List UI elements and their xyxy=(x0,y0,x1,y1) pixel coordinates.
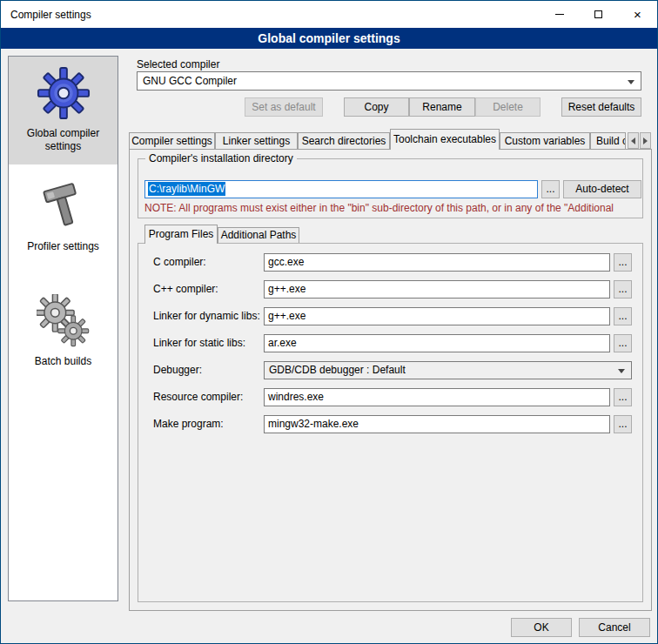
static-linker-browse-button[interactable]: ... xyxy=(614,334,632,352)
static-linker-label: Linker for static libs: xyxy=(153,334,245,352)
close-button[interactable]: × xyxy=(618,1,657,28)
installation-directory-legend: Compiler's installation directory xyxy=(145,152,297,164)
selected-compiler-value: GNU GCC Compiler xyxy=(143,75,237,87)
tab-scroll-left-button[interactable] xyxy=(628,132,639,149)
maximize-button[interactable] xyxy=(579,1,618,28)
make-program-browse-button[interactable]: ... xyxy=(614,415,632,433)
tab-scroll-right-button[interactable] xyxy=(640,132,651,149)
subtab-program-files[interactable]: Program Files xyxy=(144,225,218,244)
sidebar-item-label: Batch builds xyxy=(9,355,118,368)
rename-button[interactable]: Rename xyxy=(409,97,475,117)
reset-defaults-button[interactable]: Reset defaults xyxy=(561,97,641,117)
make-program-label: Make program: xyxy=(153,415,224,433)
cpp-compiler-input[interactable]: g++.exe xyxy=(264,280,610,299)
static-linker-input[interactable]: ar.exe xyxy=(264,334,610,352)
compiler-settings-window: Compiler settings × Global compiler sett… xyxy=(0,0,658,644)
subtab-additional-paths[interactable]: Additional Paths xyxy=(218,227,299,243)
cpp-compiler-label: C++ compiler: xyxy=(153,280,218,299)
resource-compiler-browse-button[interactable]: ... xyxy=(614,388,632,406)
note-text: NOTE: All programs must exist either in … xyxy=(144,202,642,214)
sidebar-item-global-compiler-settings[interactable]: Global compiler settings xyxy=(9,57,118,164)
cancel-button[interactable]: Cancel xyxy=(579,618,650,637)
set-as-default-button[interactable]: Set as default xyxy=(245,97,323,117)
settings-sidebar: Global compiler settings Profiler settin… xyxy=(8,56,118,601)
sidebar-item-label: Global compiler settings xyxy=(9,127,118,153)
delete-button[interactable]: Delete xyxy=(475,97,540,117)
copy-button[interactable]: Copy xyxy=(344,97,409,117)
dynamic-linker-browse-button[interactable]: ... xyxy=(614,307,632,325)
tab-build-options[interactable]: Build options xyxy=(590,132,626,149)
arrow-right-icon xyxy=(643,138,648,144)
minimize-button[interactable] xyxy=(540,1,579,28)
tab-linker-settings[interactable]: Linker settings xyxy=(215,132,298,149)
sidebar-item-batch-builds[interactable]: Batch builds xyxy=(9,285,118,391)
tab-toolchain-executables[interactable]: Toolchain executables xyxy=(390,129,500,150)
sidebar-item-label: Profiler settings xyxy=(9,240,118,253)
page-title: Global compiler settings xyxy=(1,28,657,49)
gear-blue-icon xyxy=(37,66,91,120)
dynamic-linker-input[interactable]: g++.exe xyxy=(264,307,610,325)
debugger-label: Debugger: xyxy=(153,361,202,379)
debugger-value: GDB/CDB debugger : Default xyxy=(269,364,406,376)
resource-compiler-input[interactable]: windres.exe xyxy=(264,388,610,406)
auto-detect-button[interactable]: Auto-detect xyxy=(563,180,641,198)
debugger-select[interactable]: GDB/CDB debugger : Default xyxy=(264,361,632,379)
chevron-down-icon xyxy=(618,369,625,373)
selected-compiler-label: Selected compiler xyxy=(137,56,219,74)
maximize-icon xyxy=(594,10,602,18)
tab-custom-variables[interactable]: Custom variables xyxy=(500,132,590,149)
minimize-icon xyxy=(555,14,564,15)
install-dir-input[interactable]: C:\raylib\MinGW xyxy=(144,180,538,198)
title-bar: Compiler settings × xyxy=(1,1,657,28)
tab-search-directories[interactable]: Search directories xyxy=(298,132,390,149)
c-compiler-input[interactable]: gcc.exe xyxy=(264,253,610,272)
tab-compiler-settings[interactable]: Compiler settings xyxy=(129,132,215,149)
selected-compiler-dropdown[interactable]: GNU GCC Compiler xyxy=(137,71,641,91)
cpp-compiler-browse-button[interactable]: ... xyxy=(614,280,632,299)
dynamic-linker-label: Linker for dynamic libs: xyxy=(153,307,260,325)
c-compiler-browse-button[interactable]: ... xyxy=(614,253,632,272)
install-dir-browse-button[interactable]: ... xyxy=(541,180,560,198)
sidebar-item-profiler-settings[interactable]: Profiler settings xyxy=(9,170,118,276)
ok-button[interactable]: OK xyxy=(511,618,572,637)
profiler-icon xyxy=(37,179,91,233)
make-program-input[interactable]: mingw32-make.exe xyxy=(264,415,610,433)
c-compiler-label: C compiler: xyxy=(153,253,206,272)
chevron-down-icon xyxy=(628,80,634,84)
selected-text: C:\raylib\MinGW xyxy=(148,182,225,196)
close-icon: × xyxy=(634,8,641,21)
batch-gears-icon xyxy=(37,294,91,348)
window-title: Compiler settings xyxy=(1,9,91,21)
arrow-left-icon xyxy=(631,138,635,144)
resource-compiler-label: Resource compiler: xyxy=(153,388,243,406)
